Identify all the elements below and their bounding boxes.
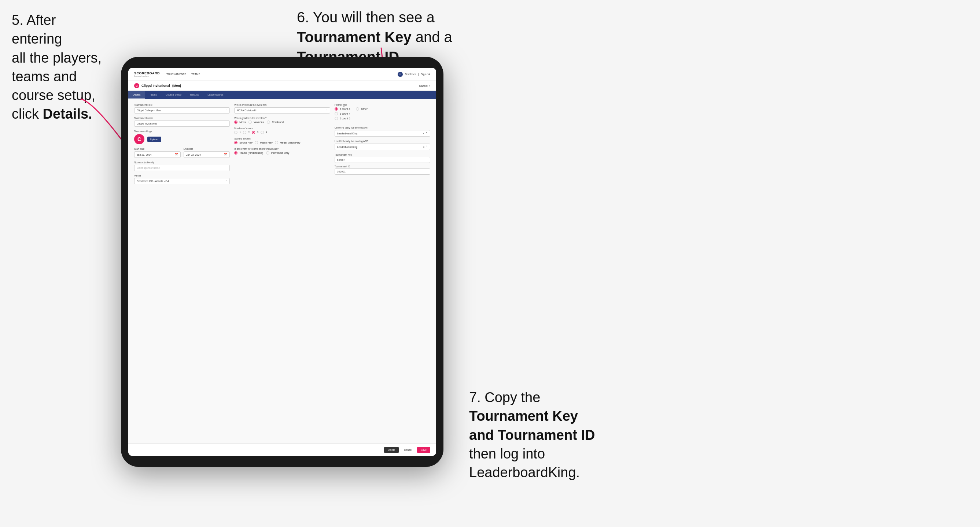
tournament-title: C Clippd Invitational (Men) (134, 83, 181, 88)
footer-bar: Delete Cancel Save (128, 443, 436, 456)
cancel-button[interactable]: Cancel × (419, 84, 430, 87)
individuals-only[interactable]: Individuals Only (266, 151, 289, 154)
nav-teams[interactable]: TEAMS (191, 73, 200, 75)
tournament-name-group: Tournament name Clippd Invitational (134, 117, 230, 127)
format-other[interactable]: Other (356, 107, 368, 111)
dates-group: Start date Jan 21, 2024 📅 End date Jan 2… (134, 148, 230, 158)
tournament-subtitle: (Men) (172, 84, 181, 87)
tab-course-setup[interactable]: Course Setup (161, 91, 186, 99)
right-column: Format type 5 count 4 6 count 4 (335, 104, 430, 187)
end-date-label: End date (184, 148, 230, 150)
third-party-1-select[interactable]: Leaderboard King × ⌃ (335, 130, 430, 137)
round-1-radio[interactable] (234, 131, 237, 134)
header-nav: TOURNAMENTS TEAMS (166, 73, 200, 75)
end-date-group: End date Jan 23, 2024 📅 (184, 148, 230, 158)
nav-tournaments[interactable]: TOURNAMENTS (166, 73, 186, 75)
format-label: Format type (335, 104, 430, 106)
tournament-logo-group: Tournament logo C Upload (134, 130, 230, 144)
teams-radio[interactable] (234, 151, 237, 154)
gender-womens-radio[interactable] (248, 121, 252, 124)
user-name: Test User (405, 73, 416, 75)
teams-row: Teams (+Individuals) Individuals Only (234, 151, 330, 154)
round-2[interactable]: 2 (243, 131, 250, 134)
venue-label: Venue (134, 174, 230, 177)
scoring-stroke[interactable]: Stroke Play (234, 141, 253, 144)
main-content: Tournament Host Clippd College - Men ⌃ T… (128, 99, 436, 443)
division-input[interactable]: NCAA Division III ⌃ (234, 107, 330, 114)
logo-preview: C (134, 134, 145, 144)
format-5count4[interactable]: 5 count 4 (335, 107, 350, 111)
gender-combined[interactable]: Combined (267, 121, 284, 124)
gender-mens-radio[interactable] (234, 121, 237, 124)
round-2-radio[interactable] (243, 131, 246, 134)
round-3-radio[interactable] (252, 131, 255, 134)
individuals-radio[interactable] (266, 151, 269, 154)
scoring-group: Scoring system Stroke Play Match Play (234, 137, 330, 144)
dropdown-arrow-tp2: ⌃ (425, 145, 428, 148)
sponsor-label: Sponsor (optional) (134, 161, 230, 164)
gender-womens[interactable]: Womens (248, 121, 264, 124)
tab-teams[interactable]: Teams (145, 91, 161, 99)
footer-cancel-button[interactable]: Cancel (401, 447, 415, 453)
tab-details[interactable]: Details (128, 91, 145, 99)
calendar-icon-end: 📅 (224, 153, 227, 156)
venue-input[interactable]: Peachtree GC - Atlanta - GA ⌃ (134, 178, 230, 184)
tournament-name-input[interactable]: Clippd Invitational (134, 121, 230, 127)
third-party-2-close[interactable]: × ⌃ (423, 145, 428, 148)
gender-group: Which gender is the event for? Mens Wome… (234, 117, 330, 124)
format-6count5-radio[interactable] (335, 117, 338, 120)
third-party-1-close[interactable]: × ⌃ (423, 132, 428, 135)
scoring-match[interactable]: Match Play (255, 141, 273, 144)
third-party-1-label: Use third-party live scoring API? (335, 126, 430, 129)
dropdown-arrow-venue: ⌃ (225, 180, 227, 183)
venue-group: Venue Peachtree GC - Atlanta - GA ⌃ (134, 174, 230, 184)
format-6count4[interactable]: 6 count 4 (335, 112, 350, 115)
tournament-logo-label: Tournament logo (134, 130, 230, 133)
format-group: Format type 5 count 4 6 count 4 (335, 104, 430, 123)
gender-mens[interactable]: Mens (234, 121, 245, 124)
format-6count5[interactable]: 6 count 5 (335, 117, 350, 120)
tab-results[interactable]: Results (186, 91, 203, 99)
annotation-bottom-right: 7. Copy the Tournament Key and Tournamen… (469, 388, 660, 482)
end-date-input[interactable]: Jan 23, 2024 📅 (184, 151, 230, 158)
start-date-input[interactable]: Jan 21, 2024 📅 (134, 151, 181, 158)
tab-leaderboards[interactable]: Leaderboards (203, 91, 228, 99)
format-6count4-radio[interactable] (335, 112, 338, 115)
gender-combined-radio[interactable] (267, 121, 270, 124)
gender-label: Which gender is the event for? (234, 117, 330, 119)
round-4-radio[interactable] (261, 131, 264, 134)
delete-button[interactable]: Delete (384, 447, 399, 453)
rounds-label: Number of rounds (234, 127, 330, 130)
format-other-radio[interactable] (356, 107, 359, 111)
start-date-label: Start date (134, 148, 181, 150)
format-5count4-radio[interactable] (335, 107, 338, 111)
scoring-medal-radio[interactable] (275, 141, 278, 144)
upload-button[interactable]: Upload (147, 137, 161, 142)
tournament-host-input[interactable]: Clippd College - Men ⌃ (134, 107, 230, 114)
format-section: 5 count 4 6 count 4 6 count 5 (335, 107, 430, 123)
tournament-key-value: b4f6b7 (335, 157, 430, 163)
header-left: SCOREBOARD Powered by clippd TOURNAMENTS… (134, 71, 200, 77)
round-3[interactable]: 3 (252, 131, 258, 134)
tournament-id-label: Tournament ID (335, 165, 430, 168)
sponsor-group: Sponsor (optional) Enter sponsor name (134, 161, 230, 171)
teams-group: Is this event for Teams and/or Individua… (234, 148, 330, 154)
tournament-name: Clippd Invitational (142, 84, 170, 87)
sign-out-link[interactable]: Sign out (421, 73, 430, 75)
sponsor-input[interactable]: Enter sponsor name (134, 165, 230, 171)
scoring-match-radio[interactable] (255, 141, 258, 144)
save-button[interactable]: Save (417, 447, 430, 453)
date-row: Start date Jan 21, 2024 📅 End date Jan 2… (134, 148, 230, 158)
tournament-name-label: Tournament name (134, 117, 230, 119)
scoring-label: Scoring system (234, 137, 330, 140)
teams-plus-individuals[interactable]: Teams (+Individuals) (234, 151, 263, 154)
round-1[interactable]: 1 (234, 131, 241, 134)
scoring-stroke-radio[interactable] (234, 141, 237, 144)
scoring-medal[interactable]: Medal Match Play (275, 141, 301, 144)
round-4[interactable]: 4 (261, 131, 267, 134)
third-party-2-select[interactable]: Leaderboard King × ⌃ (335, 144, 430, 150)
logo-sub: Powered by clippd (134, 75, 160, 77)
tab-bar: Details Teams Course Setup Results Leade… (128, 91, 436, 99)
format-right-group: Other (356, 107, 368, 120)
dropdown-arrow-division: ⌃ (326, 109, 328, 112)
